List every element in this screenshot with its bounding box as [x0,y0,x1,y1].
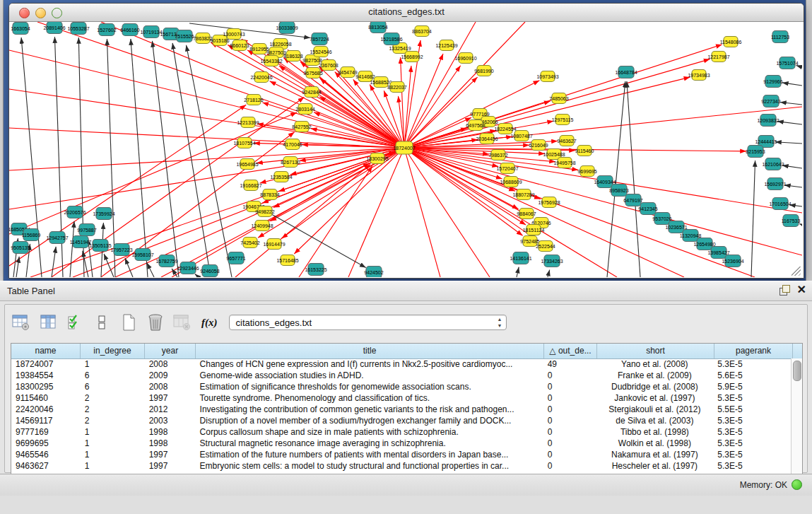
table-cell[interactable]: Disruption of a novel member of a sodium… [196,415,543,426]
table-cell[interactable]: 9699695 [11,438,81,449]
table-cell[interactable]: 9777169 [11,426,81,438]
row-height-icon[interactable] [91,313,112,332]
table-cell[interactable]: 1998 [145,438,196,449]
table-cell[interactable]: 5.3E-5 [713,358,792,370]
network-canvas[interactable]: 1872400786601238912955182260589827503165… [9,22,802,277]
close-panel-icon[interactable]: ✕ [797,284,806,296]
table-cell[interactable]: 49 [543,358,596,370]
table-cell[interactable]: Genome-wide association studies in ADHD. [196,370,543,381]
graph-edge[interactable] [782,165,802,168]
table-cell[interactable]: 2 [81,415,145,426]
table-cell[interactable]: 19384554 [11,370,81,381]
graph-edge[interactable] [548,270,550,277]
graph-edge[interactable] [784,185,802,187]
graph-edge[interactable] [147,263,154,277]
table-cell[interactable]: 18724007 [11,358,81,370]
table-cell[interactable]: 0 [543,460,596,472]
table-cell[interactable]: 0 [543,426,596,438]
table-row[interactable]: 946362711997Embryonic stem cells: a mode… [11,460,792,472]
table-cell[interactable]: 9115460 [11,392,81,404]
graph-edge[interactable] [348,148,404,277]
function-builder-icon[interactable]: f(x) [201,317,218,329]
table-cell[interactable]: Wolkin et al. (1998) [596,438,714,449]
table-cell[interactable]: 5.9E-5 [713,381,792,392]
table-cell[interactable]: 2008 [145,381,196,392]
graph-edge[interactable] [70,221,74,277]
float-panel-icon[interactable] [779,285,790,296]
column-header-pagerank[interactable]: pagerank [714,344,793,358]
column-header-out_de[interactable]: △ out_de... [544,344,597,358]
table-scrollbar-thumb[interactable] [793,361,801,381]
table-cell[interactable]: Embryonic stem cells: a model to study s… [196,460,543,472]
graph-edge[interactable] [627,81,640,277]
table-cell[interactable]: 0 [543,449,596,460]
delete-rows-icon[interactable] [145,313,166,332]
table-cell[interactable]: 22420046 [11,404,81,415]
column-header-title[interactable]: title [196,344,544,358]
window-resize-grip[interactable] [792,267,801,276]
table-cell[interactable]: Nakamura et al. (1997) [596,449,714,460]
graph-edge[interactable] [52,247,56,277]
table-cell[interactable]: 1 [81,460,145,472]
table-cell[interactable]: 2009 [145,370,196,381]
table-cell[interactable]: 0 [543,381,596,392]
table-scrollbar[interactable] [791,358,802,477]
select-columns-icon[interactable] [64,313,86,332]
table-cell[interactable]: Changes of HCN gene expression and I(f) … [196,358,543,370]
table-row[interactable]: 969969511998Structural magnetic resonanc… [11,438,792,449]
table-row[interactable]: 977716911998Corpus callosum shape and si… [11,426,792,438]
graph-edge[interactable] [789,205,802,206]
table-cell[interactable]: Structural magnetic resonance image aver… [196,438,543,449]
table-cell[interactable]: 0 [543,404,596,415]
table-cell[interactable]: de Silva et al. (2003) [596,415,714,426]
table-cell[interactable]: 1997 [145,392,196,404]
table-cell[interactable]: 1 [81,449,145,460]
graph-edge[interactable] [9,148,404,209]
graph-edge[interactable] [775,142,802,144]
table-row[interactable]: 1830029562008Estimation of significance … [11,381,792,392]
table-row[interactable]: 2242004622012Investigating the contribut… [11,404,792,415]
table-cell[interactable]: Yano et al. (2008) [596,358,714,370]
graph-edge[interactable] [751,160,755,277]
graph-edge[interactable] [172,43,211,277]
table-cell[interactable]: 0 [543,438,596,449]
table-cell[interactable]: 1998 [145,426,196,438]
table-cell[interactable]: 9465546 [11,449,81,460]
graph-edge[interactable] [9,112,297,234]
table-select-dropdown[interactable]: citations_edges.txt ▲ ▼ [229,315,507,330]
table-cell[interactable]: Investigating the contribution of common… [196,404,543,415]
table-cell[interactable]: Tourette syndrome. Phenomenology and cla… [196,392,543,404]
table-cell[interactable]: 1 [81,438,145,449]
graph-edge[interactable] [101,22,404,148]
table-cell[interactable]: 6 [81,370,145,381]
table-row[interactable]: 1872400712008Changes of HCN gene express… [11,358,792,370]
table-cell[interactable]: 0 [543,392,596,404]
table-cell[interactable]: Hescheler et al. (1997) [596,460,714,472]
table-row[interactable]: 1456911722003Disruption of a novel membe… [11,415,792,426]
table-cell[interactable]: 2 [81,404,145,415]
table-row[interactable]: 911546021997Tourette syndrome. Phenomeno… [11,392,792,404]
memory-ok-indicator-icon[interactable] [792,479,802,490]
table-cell[interactable]: Stergiakouli et al. (2012) [596,404,714,415]
graph-edge[interactable] [125,258,133,277]
graph-edge[interactable] [195,274,199,277]
table-cell[interactable]: 0 [543,370,596,381]
create-table-icon[interactable] [118,313,139,332]
table-cell[interactable]: 1997 [145,460,196,472]
table-cell[interactable]: 5.3E-5 [713,426,792,438]
table-cell[interactable]: 5.3E-5 [713,449,792,460]
table-cell[interactable]: 18300295 [11,381,81,392]
table-cell[interactable]: Franke et al. (2009) [596,370,714,381]
table-cell[interactable]: 0 [543,415,596,426]
graph-edge[interactable] [782,83,802,86]
table-cell[interactable]: Estimation of significance thresholds fo… [196,381,543,392]
table-cell[interactable]: 2 [81,392,145,404]
table-cell[interactable]: 14569117 [11,415,81,426]
graph-edge[interactable] [404,77,690,148]
graph-edge[interactable] [777,122,802,124]
table-cell[interactable]: 2008 [145,358,196,370]
table-cell[interactable]: 1 [81,358,145,370]
table-row[interactable]: 1938455462009Genome-wide association stu… [11,370,792,381]
table-cell[interactable]: 5.3E-5 [713,460,792,472]
table-cell[interactable]: 5.3E-5 [713,392,792,404]
